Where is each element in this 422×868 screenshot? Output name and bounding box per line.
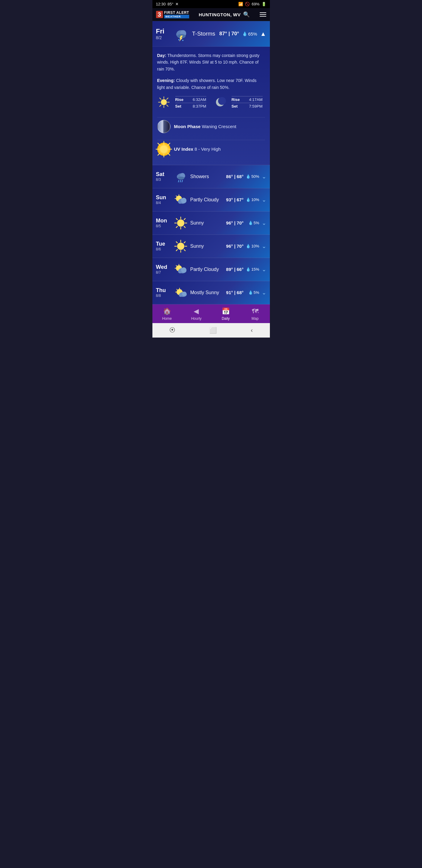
svg-point-7 [161, 99, 167, 105]
search-icon[interactable]: 🔍 [243, 11, 250, 18]
uv-value: 8 - Very High [195, 147, 221, 152]
svg-line-24 [168, 153, 170, 155]
header-location: HUNTINGTON, WV 🔍 [199, 11, 250, 18]
svg-line-49 [184, 218, 185, 220]
svg-line-56 [176, 242, 177, 243]
svg-line-50 [176, 226, 177, 227]
logo-container: 3 FIRST ALERT WEATHER [156, 10, 189, 19]
hourly-icon: ◀ [194, 307, 199, 315]
moon-set-time: 7:59PM [249, 104, 263, 108]
svg-point-30 [178, 177, 184, 180]
svg-point-17 [218, 97, 226, 105]
current-temp-range: 87° | 70° [219, 31, 239, 37]
chevron-down-icon-4[interactable]: ⌄ [262, 266, 266, 273]
nav-home[interactable]: 🏠 Home [153, 307, 182, 321]
sun-set-row: Set 8:37PM [175, 103, 206, 110]
status-time: 12:30 [156, 2, 166, 6]
nav-hourly[interactable]: ◀ Hourly [182, 307, 211, 321]
detail-panel: Day: Thunderstorms. Storms may contain s… [153, 47, 270, 165]
map-icon: 🗺 [252, 307, 258, 315]
moon-phase-text: Moon Phase Waning Crescent [174, 124, 236, 129]
svg-line-23 [158, 143, 160, 145]
forecast-row-0[interactable]: Sat 8/3 Showers 86° | 68° 💧 50% ⌄ [153, 165, 270, 188]
uv-label: UV Index [174, 147, 193, 152]
location-text: HUNTINGTON, WV [199, 12, 241, 17]
sun-column: Rise 6:32AM Set 8:37PM [157, 96, 211, 112]
forecast-day-name-5: Thu [156, 287, 171, 293]
nav-map[interactable]: 🗺 Map [240, 307, 270, 321]
svg-line-13 [167, 105, 168, 106]
forecast-day-date-2: 8/5 [156, 224, 171, 228]
forecast-temps-0: 86° | 68° [226, 174, 244, 179]
moon-phase-label: Moon Phase [174, 124, 201, 129]
forecast-row-5[interactable]: Thu 8/8 Mostly Sunny 91° | 68° 💧 5% ⌄ [153, 281, 270, 304]
forecast-day-name-4: Wed [156, 264, 171, 270]
svg-line-73 [176, 289, 177, 290]
svg-point-6 [182, 40, 184, 41]
svg-line-64 [176, 265, 177, 266]
android-nav-home[interactable]: ⬜ [209, 327, 217, 334]
logo-first-alert: FIRST ALERT [164, 10, 189, 15]
android-nav-back[interactable]: ‹ [251, 327, 253, 334]
forecast-icon-4 [173, 262, 188, 277]
forecast-temps-2: 96° | 70° [226, 220, 244, 225]
moon-phase-icon [157, 120, 170, 133]
chevron-down-icon-2[interactable]: ⌄ [262, 220, 266, 226]
dnd-icon: 🚫 [245, 2, 250, 6]
forecast-day-5: Thu 8/8 [156, 287, 171, 298]
moon-times: Rise 4:17AM Set 7:59PM [229, 96, 265, 110]
svg-line-33 [182, 180, 183, 182]
moon-phase-value: Waning Crescent [202, 124, 236, 129]
chevron-down-icon-3[interactable]: ⌄ [262, 243, 266, 250]
svg-point-41 [181, 198, 187, 203]
forecast-temps-4: 89° | 66° [226, 267, 244, 272]
forecast-row-2[interactable]: Mon 8/5 Sunny 96° | 70° 💧 5% ⌄ [153, 212, 270, 235]
uv-row: UV Index 8 - Very High [157, 140, 265, 158]
svg-point-76 [182, 291, 187, 296]
chevron-down-icon-1[interactable]: ⌄ [262, 196, 266, 203]
forecast-precip-1: 💧 10% [246, 197, 259, 202]
forecast-row-4[interactable]: Wed 8/7 Partly Cloudy 89° | 66° 💧 15% ⌄ [153, 258, 270, 281]
forecast-precip-0: 💧 50% [246, 174, 259, 179]
chevron-down-icon-5[interactable]: ⌄ [262, 289, 266, 296]
forecast-day-name-1: Sun [156, 194, 171, 201]
forecast-icon-1 [173, 193, 188, 207]
svg-point-67 [181, 267, 187, 273]
evening-description: Evening: Cloudy with showers. Low near 7… [157, 77, 265, 91]
svg-point-42 [177, 219, 184, 227]
forecast-condition-4: Partly Cloudy [190, 267, 226, 272]
forecast-day-1: Sun 8/4 [156, 194, 171, 205]
current-day-name: Fri [156, 27, 169, 35]
forecast-condition-2: Sunny [190, 220, 226, 226]
forecast-day-3: Tue 8/6 [156, 241, 171, 251]
current-day-row[interactable]: Fri 8/2 T-Storms 87° | 70° 💧 65% ▲ [153, 21, 270, 47]
svg-line-47 [176, 218, 177, 220]
svg-line-38 [176, 195, 177, 196]
moon-set-row: Set 7:59PM [232, 103, 263, 110]
menu-button[interactable] [260, 12, 266, 17]
status-right: 📶 🚫 69% 🔋 [238, 2, 266, 6]
forecast-day-date-1: 8/4 [156, 201, 171, 205]
forecast-precip-2: 💧 5% [246, 221, 259, 225]
nav-home-label: Home [162, 316, 172, 321]
forecast-day-name-2: Mon [156, 218, 171, 224]
chevron-down-icon-0[interactable]: ⌄ [262, 173, 266, 180]
wifi-icon: 📶 [238, 2, 243, 6]
forecast-condition-0: Showers [190, 174, 226, 179]
svg-line-32 [180, 180, 181, 182]
moon-phase-row: Moon Phase Waning Crescent [157, 117, 265, 135]
android-nav-recent[interactable]: ⦿ [169, 327, 175, 334]
battery-icon: 🔋 [261, 2, 266, 6]
nav-daily-label: Daily [222, 316, 230, 321]
forecast-row-3[interactable]: Tue 8/6 Sunny 96° | 70° 💧 10% ⌄ [153, 235, 270, 258]
status-temp: 85° [167, 2, 173, 6]
nav-daily[interactable]: 📅 Daily [211, 307, 241, 321]
raindrop-icon: 💧 [242, 31, 247, 36]
current-day-number: 8/2 [156, 35, 169, 40]
forecast-condition-5: Mostly Sunny [190, 290, 226, 296]
forecast-day-date-3: 8/6 [156, 247, 171, 251]
svg-line-31 [178, 180, 179, 182]
expand-button[interactable]: ▲ [260, 30, 266, 37]
day-description-text: Thunderstorms. Storms may contain strong… [157, 53, 260, 71]
forecast-row-1[interactable]: Sun 8/4 Partly Cloudy 93° | 67° 💧 10% ⌄ [153, 188, 270, 212]
